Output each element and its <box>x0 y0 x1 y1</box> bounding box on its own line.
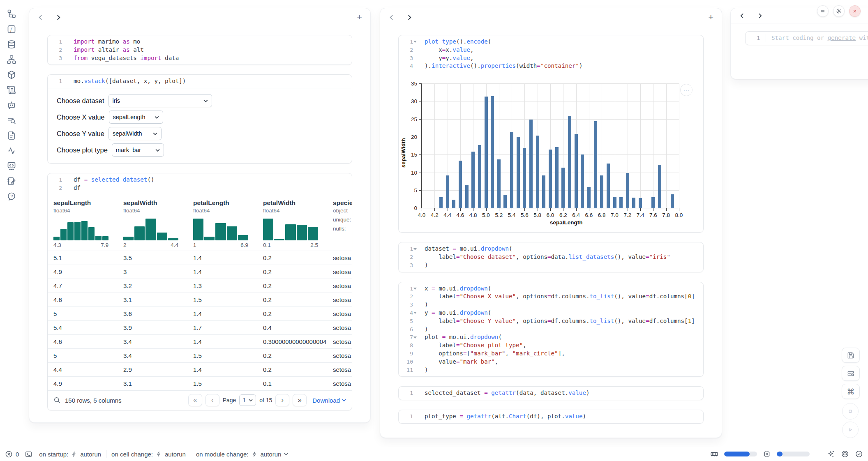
column-header-species[interactable]: speciesobjectunique:nulls: <box>327 199 352 248</box>
altair-bar-chart[interactable]: 051015202530354.04.24.44.64.85.05.25.45.… <box>421 83 679 208</box>
chart-output: 051015202530354.04.24.44.64.85.05.25.45.… <box>399 73 703 232</box>
code-editor[interactable]: 1plot_type = getattr(alt.Chart(df), plot… <box>399 410 703 423</box>
column-header-petalWidth[interactable]: petalWidthfloat640.12.5 <box>257 199 327 248</box>
code-editor[interactable]: 1df = selected_dataset()2df <box>48 173 352 195</box>
dataset-dropdown-cell: 1dataset = mo.ui.dropdown(2 label="Choos… <box>398 242 704 272</box>
add-cell-button[interactable]: + <box>707 12 714 22</box>
middle-notebook-panel: + 1plot_type().encode(2 x=x.value,3 y=y.… <box>380 8 722 438</box>
on-cell-change-setting[interactable]: on cell change: autorun <box>111 451 186 458</box>
code-editor[interactable]: 1plot_type().encode(2 x=x.value,3 y=y.va… <box>399 35 703 73</box>
last-page-button[interactable]: » <box>293 394 307 406</box>
table-row[interactable]: 4.93.11.50.1setosa <box>48 376 352 390</box>
next-cell-button[interactable] <box>55 14 62 21</box>
search-icon[interactable] <box>53 396 61 404</box>
selected-dataset-cell: 1selected_dataset = getattr(data, datase… <box>398 386 704 400</box>
documentation-icon[interactable] <box>7 131 16 141</box>
empty-cell: 1Start coding or generate with AI. <box>745 31 868 45</box>
next-cell-button[interactable] <box>756 12 764 20</box>
widget-rows: Choose datasetirisChoose X valuesepalLen… <box>48 88 352 163</box>
code-editor[interactable]: 1selected_dataset = getattr(data, datase… <box>399 387 703 400</box>
dataframe-table: sepalLengthfloat644.37.9sepalWidthfloat6… <box>48 195 352 410</box>
dataframe-cell: 1df = selected_dataset()2df sepalLengthf… <box>47 173 352 410</box>
vstack-cell: 1mo.vstack([dataset, x, y, plot]) Choose… <box>47 74 352 164</box>
widget-row: Choose plot typemark_bar <box>57 143 343 157</box>
column-histogram <box>263 217 318 240</box>
column-header-sepalWidth[interactable]: sepalWidthfloat6424.4 <box>118 199 187 248</box>
table-row[interactable]: 4.42.91.40.2setosa <box>48 362 352 376</box>
gear-icon[interactable] <box>833 5 845 17</box>
command-palette-icon[interactable]: ⌘ <box>842 384 860 399</box>
dataframe-output: sepalLengthfloat644.37.9sepalWidthfloat6… <box>48 195 352 410</box>
outline-icon[interactable] <box>7 85 16 95</box>
file-tree-icon[interactable] <box>7 9 16 19</box>
copilot-icon[interactable] <box>841 450 849 458</box>
errors-indicator[interactable]: 0 <box>5 450 19 458</box>
next-cell-button[interactable] <box>406 14 413 21</box>
ai-chat-icon[interactable] <box>7 100 16 110</box>
code-editor[interactable]: 1dataset = mo.ui.dropdown(2 label="Choos… <box>399 242 703 272</box>
code-editor[interactable]: 1mo.vstack([dataset, x, y, plot]) <box>48 75 352 88</box>
plot-cell: 1plot_type().encode(2 x=x.value,3 y=y.va… <box>398 35 704 233</box>
terminal-icon[interactable] <box>25 450 32 458</box>
prev-page-button[interactable]: ‹ <box>205 394 219 406</box>
widget-label: Choose Y value <box>57 130 104 138</box>
left-panel-header: + <box>29 8 370 26</box>
prev-cell-button[interactable] <box>37 14 44 21</box>
ai-sparkles-icon[interactable] <box>827 450 835 458</box>
page-select[interactable]: 1 <box>239 394 256 406</box>
download-button[interactable]: Download <box>312 397 346 404</box>
tracing-icon[interactable] <box>7 146 16 156</box>
prev-cell-button[interactable] <box>738 12 746 20</box>
y-axis-title: sepalWidth <box>400 138 406 168</box>
chart-options-button[interactable]: ··· <box>680 84 693 96</box>
table-row[interactable]: 5.43.91.70.4setosa <box>48 320 352 334</box>
connection-status-icon[interactable] <box>855 450 863 458</box>
x-value-dropdown[interactable]: sepalLength <box>109 111 163 124</box>
table-row[interactable]: 53.41.50.2setosa <box>48 348 352 362</box>
table-row[interactable]: 4.63.41.40.30000000000000004setosa <box>48 334 352 348</box>
scratchpad-icon[interactable] <box>7 176 16 186</box>
table-row[interactable]: 4.73.21.30.2setosa <box>48 279 352 293</box>
on-module-change-setting[interactable]: on module change: autorun <box>196 451 288 458</box>
package-icon[interactable] <box>7 70 16 80</box>
middle-cells: 1plot_type().encode(2 x=x.value,3 y=y.va… <box>380 26 722 433</box>
y-value-dropdown[interactable]: sepalWidth <box>108 127 162 140</box>
table-row[interactable]: 5.13.51.40.2setosa <box>48 251 352 265</box>
shutdown-icon[interactable] <box>849 5 861 17</box>
first-page-button[interactable]: « <box>188 394 202 406</box>
column-header-petalLength[interactable]: petalLengthfloat6416.9 <box>187 199 257 248</box>
chevron-down-icon <box>284 453 288 455</box>
database-icon[interactable] <box>7 39 16 49</box>
stop-icon[interactable] <box>842 403 859 420</box>
dataset-dropdown[interactable]: iris <box>108 94 212 107</box>
next-page-button[interactable]: › <box>275 394 289 406</box>
menu-icon[interactable] <box>817 5 829 17</box>
table-row[interactable]: 4.931.40.2setosa <box>48 265 352 279</box>
code-editor[interactable]: 1x = mo.ui.dropdown(2 label="Choose X va… <box>399 282 703 377</box>
column-histogram <box>123 217 178 240</box>
dependency-graph-icon[interactable] <box>7 55 16 65</box>
column-histogram <box>53 217 108 240</box>
on-startup-setting[interactable]: on startup: autorun <box>39 451 101 458</box>
layout-panels-icon[interactable] <box>842 366 860 381</box>
save-icon[interactable] <box>842 348 860 363</box>
help-icon[interactable]: ? <box>7 191 16 201</box>
table-row[interactable]: 53.61.40.2setosa <box>48 307 352 320</box>
run-icon[interactable] <box>842 422 859 438</box>
code-editor[interactable]: 1import marimo as mo2import altair as al… <box>48 35 352 65</box>
column-header-sepalLength[interactable]: sepalLengthfloat644.37.9 <box>48 199 118 248</box>
memory-icon[interactable] <box>710 450 718 458</box>
prev-cell-button[interactable] <box>388 14 395 21</box>
functions-icon[interactable]: f <box>7 24 16 34</box>
widget-row: Choose X valuesepalLength <box>57 111 343 124</box>
add-cell-button[interactable]: + <box>356 12 363 22</box>
snippets-icon[interactable] <box>7 161 16 171</box>
plot-type-cell: 1plot_type = getattr(alt.Chart(df), plot… <box>398 410 704 424</box>
code-editor-placeholder[interactable]: 1Start coding or generate with AI. <box>746 32 868 45</box>
find-icon[interactable] <box>7 115 16 125</box>
table-header-row: sepalLengthfloat644.37.9sepalWidthfloat6… <box>48 195 352 251</box>
table-row[interactable]: 4.63.11.50.2setosa <box>48 293 352 307</box>
cpu-icon[interactable] <box>763 450 771 458</box>
plot-type-dropdown[interactable]: mark_bar <box>112 143 164 157</box>
left-cells: 1import marimo as mo2import altair as al… <box>29 26 370 420</box>
